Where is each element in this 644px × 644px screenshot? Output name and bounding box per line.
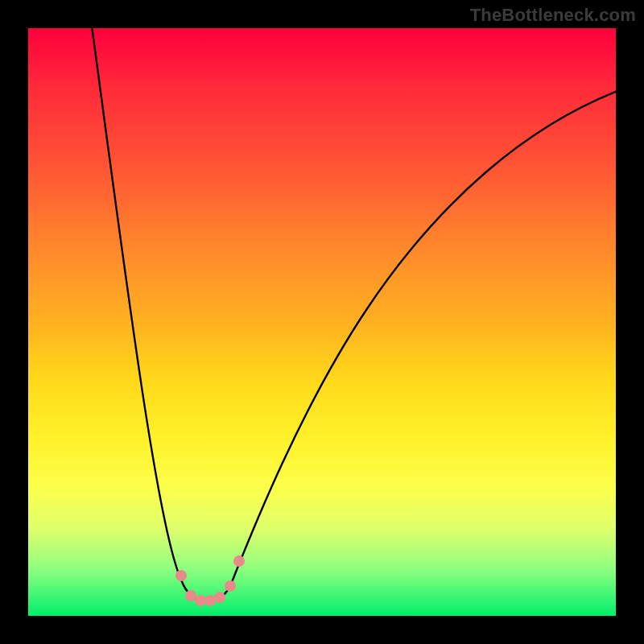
data-dot [225, 580, 236, 592]
data-dot [175, 570, 187, 581]
bottleneck-v-curve [91, 20, 624, 601]
data-dot [214, 592, 225, 603]
data-dot [185, 590, 196, 601]
watermark-text: TheBottleneck.com [470, 5, 636, 26]
data-dot [233, 555, 245, 567]
chart-frame: TheBottleneck.com [0, 0, 644, 644]
curve-overlay [28, 28, 616, 616]
data-dot [204, 595, 216, 606]
data-dot [195, 595, 206, 606]
